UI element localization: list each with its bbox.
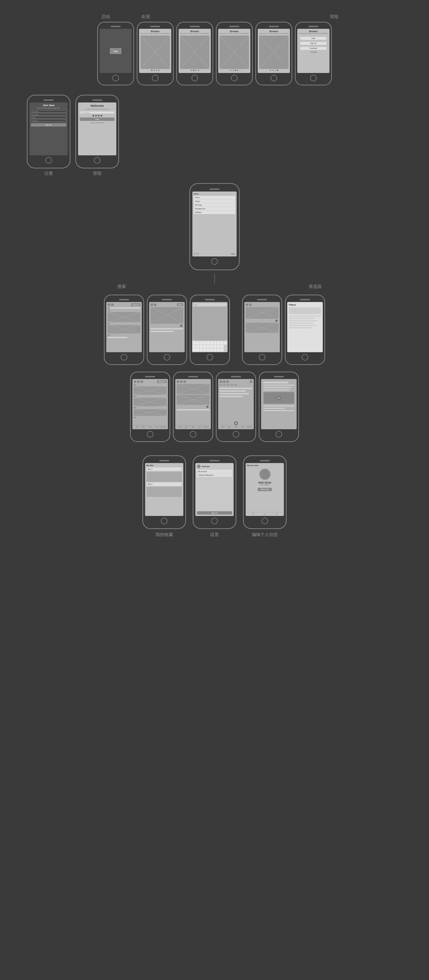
input-btn[interactable]: Input	[177, 303, 183, 306]
tab-2[interactable]: 成功	[183, 426, 190, 428]
key-l[interactable]: l	[220, 345, 223, 348]
key-z[interactable]: z	[200, 348, 203, 352]
email-field[interactable]: Email Address	[80, 111, 115, 114]
key-p[interactable]: p	[224, 341, 227, 345]
key-r[interactable]: r	[203, 341, 206, 345]
home-button[interactable]	[164, 354, 170, 361]
tab-e[interactable]: 方案	[234, 384, 237, 386]
signup-btn[interactable]: Sign Up	[31, 123, 66, 127]
key-j[interactable]: j	[214, 345, 217, 348]
tab-3[interactable]: 谷牌	[147, 426, 153, 428]
menu-item-settings[interactable]: Settings	[194, 211, 235, 214]
key-v[interactable]: v	[210, 348, 213, 352]
tab-1[interactable]: 首选	[177, 426, 183, 428]
home-button[interactable]	[112, 75, 119, 81]
lastname-field[interactable]: Last Name	[31, 113, 66, 116]
key-c[interactable]: c	[206, 348, 209, 352]
tab-a2[interactable]: tab	[264, 513, 266, 515]
home-button[interactable]	[121, 354, 128, 361]
tab-5[interactable]: 定制方案	[246, 426, 252, 428]
home-button[interactable]	[152, 75, 158, 81]
home-button[interactable]	[231, 75, 238, 81]
home-button[interactable]	[310, 75, 317, 81]
home-button[interactable]	[161, 518, 167, 524]
play-button[interactable]	[234, 421, 238, 425]
filter-btn[interactable]: 筛选分类	[131, 303, 140, 306]
tab-2[interactable]: 成功	[140, 426, 147, 428]
tab-2[interactable]: 成功	[226, 426, 233, 428]
tab-a3[interactable]: tab	[276, 513, 278, 515]
list-item1[interactable]: item 1 ›	[147, 468, 182, 471]
list-item2[interactable]: item 2 ›	[147, 482, 182, 486]
tab-3[interactable]: 谷牌	[190, 426, 196, 428]
key-g[interactable]: g	[206, 345, 209, 348]
tab-1[interactable]: 首选	[220, 426, 226, 428]
tab-5[interactable]: 定制方案	[160, 426, 167, 428]
home-button[interactable]	[262, 518, 268, 524]
key-f[interactable]: f	[203, 345, 206, 348]
password-field[interactable]: Password	[31, 119, 66, 121]
tab-a1[interactable]: tab	[252, 513, 254, 515]
key-y[interactable]: y	[210, 341, 213, 345]
key-s[interactable]: s	[196, 345, 199, 348]
key-d[interactable]: d	[200, 345, 203, 348]
firstname-field[interactable]: First Name	[31, 110, 66, 113]
edit-btn[interactable]: EDIT DATA	[258, 488, 271, 491]
tab-4[interactable]: 小时	[153, 426, 160, 428]
tab-1[interactable]: 首选	[134, 426, 140, 428]
menu-login-btn[interactable]: login	[194, 253, 199, 255]
key-t[interactable]: t	[206, 341, 209, 345]
key-space[interactable]	[193, 348, 199, 352]
tab-3[interactable]: 谷牌	[233, 426, 239, 428]
login-btn[interactable]: Login	[300, 37, 327, 40]
key-h[interactable]: h	[210, 345, 213, 348]
key-b[interactable]: b	[214, 348, 217, 352]
menu-item-classc[interactable]: Classc	[194, 200, 235, 203]
home-button[interactable]	[190, 431, 196, 438]
play-button[interactable]	[277, 396, 281, 400]
key-a[interactable]: a	[193, 345, 196, 348]
signup-btn[interactable]: Sign Up	[300, 41, 327, 45]
home-button[interactable]	[211, 518, 218, 524]
key-e[interactable]: e	[200, 341, 203, 345]
menu-item-shopping[interactable]: Shopping List	[194, 207, 235, 211]
home-button[interactable]	[191, 75, 198, 81]
filter-btn[interactable]: 筛选分类	[157, 380, 167, 383]
register-link[interactable]: Password | REGISTER	[80, 122, 115, 124]
home-button[interactable]	[147, 431, 153, 438]
tab-5[interactable]: 定制方案	[203, 426, 209, 428]
home-button[interactable]	[206, 354, 213, 361]
tab-4[interactable]: 小时	[196, 426, 203, 428]
guest-link[interactable]: 免注册体验	[299, 51, 327, 53]
key-o[interactable]: o	[220, 341, 223, 345]
key-i[interactable]: i	[217, 341, 220, 345]
settings-item2[interactable]: Content Preferences	[197, 473, 232, 477]
tab-4[interactable]: 小时	[239, 426, 246, 428]
key-q[interactable]: q	[193, 341, 196, 345]
keyboard[interactable]: q w e r t y u i o p a s d f g	[192, 340, 228, 352]
key-x[interactable]: x	[203, 348, 206, 352]
tab-d[interactable]: 定制	[231, 384, 233, 386]
search-bar[interactable]: 搜索...	[194, 304, 198, 306]
home-button[interactable]	[276, 431, 282, 438]
home-button[interactable]	[94, 157, 100, 164]
facebook-btn[interactable]: Facebook	[300, 46, 327, 50]
home-button[interactable]	[211, 258, 218, 265]
home-button[interactable]	[271, 75, 277, 81]
email-field[interactable]: Email	[31, 116, 66, 119]
key-m[interactable]: m	[220, 348, 223, 352]
key-n[interactable]: n	[217, 348, 220, 352]
tab-a[interactable]: 首选	[220, 384, 222, 386]
home-button[interactable]	[45, 157, 52, 164]
menu-item-home[interactable]: Home	[194, 196, 235, 200]
home-button[interactable]	[301, 354, 308, 361]
settings-item1[interactable]: My account	[197, 470, 232, 473]
home-button[interactable]	[233, 431, 239, 438]
tab-c[interactable]: 谷牌	[227, 384, 230, 386]
menu-item-myhung[interactable]: My Hung	[194, 203, 235, 207]
key-w[interactable]: w	[196, 341, 199, 345]
home-button[interactable]	[259, 354, 265, 361]
login-btn[interactable]: Login	[80, 118, 115, 121]
signout-btn[interactable]: Sign out	[197, 511, 232, 515]
tab-b[interactable]: 成功	[223, 384, 226, 386]
